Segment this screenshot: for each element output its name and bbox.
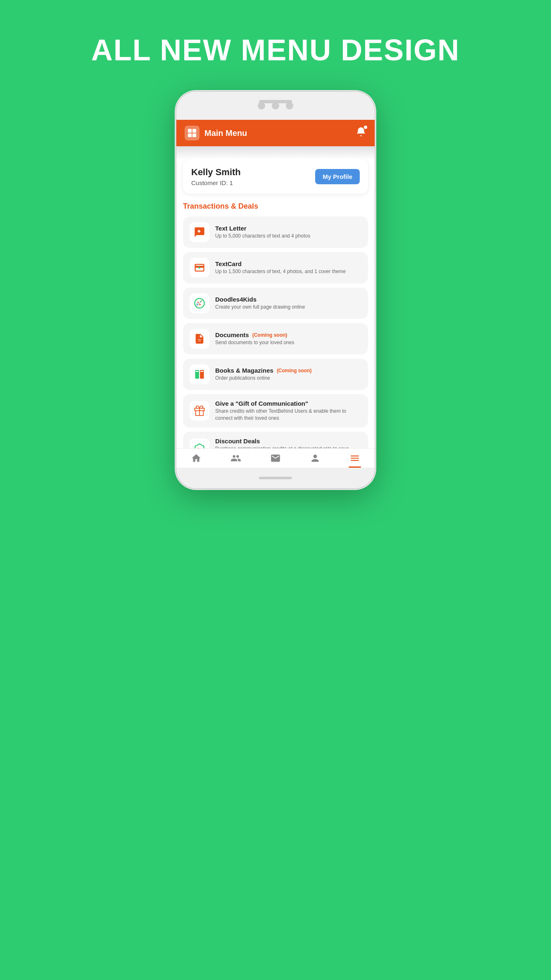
nav-home[interactable] bbox=[191, 453, 202, 464]
my-profile-button[interactable]: My Profile bbox=[315, 169, 360, 184]
phone-frame: Main Menu Kelly Smith Customer ID: 1 bbox=[176, 92, 375, 488]
notification-dot bbox=[364, 126, 367, 129]
text-letter-title: Text Letter bbox=[215, 225, 247, 232]
gift-communication-title: Give a "Gift of Communication" bbox=[215, 400, 308, 407]
section-title: Transactions & Deals bbox=[183, 202, 368, 211]
doodles4kids-desc: Create your own full page drawing online bbox=[215, 304, 305, 311]
svg-rect-1 bbox=[192, 129, 196, 133]
speaker bbox=[259, 100, 292, 103]
phone-screen: Main Menu Kelly Smith Customer ID: 1 bbox=[176, 120, 375, 468]
notification-bell-icon[interactable] bbox=[356, 126, 366, 140]
app-header: Main Menu bbox=[176, 120, 375, 146]
svg-point-8 bbox=[199, 304, 201, 306]
doodles4kids-text: Doodles4Kids Create your own full page d… bbox=[215, 296, 305, 311]
svg-rect-2 bbox=[188, 133, 192, 137]
svg-rect-0 bbox=[188, 129, 192, 133]
app-logo-icon bbox=[185, 126, 200, 140]
gift-communication-desc: Share credits with other TextBehind User… bbox=[215, 408, 361, 422]
menu-item-books-magazines[interactable]: Books & Magazines (Coming soon) Order pu… bbox=[183, 359, 368, 390]
textcard-text: TextCard Up to 1,500 characters of text,… bbox=[215, 260, 346, 275]
books-magazines-desc: Order publications online bbox=[215, 375, 312, 382]
menu-item-textcard[interactable]: TextCard Up to 1,500 characters of text,… bbox=[183, 252, 368, 283]
menu-item-discount-deals[interactable]: % Discount Deals Purchase communication … bbox=[183, 432, 368, 448]
nav-menu[interactable] bbox=[349, 453, 360, 464]
page-title: ALL NEW MENU DESIGN bbox=[91, 33, 460, 67]
books-magazines-title: Books & Magazines bbox=[215, 367, 273, 374]
discount-deals-title: Discount Deals bbox=[215, 438, 260, 445]
documents-title: Documents bbox=[215, 331, 249, 338]
menu-item-doodles4kids[interactable]: Doodles4Kids Create your own full page d… bbox=[183, 288, 368, 319]
header-title: Main Menu bbox=[204, 128, 247, 138]
text-letter-icon bbox=[190, 222, 209, 242]
svg-rect-12 bbox=[200, 371, 203, 372]
gift-communication-icon bbox=[190, 401, 209, 421]
header-gradient bbox=[176, 146, 375, 159]
text-letter-text: Text Letter Up to 5,000 characters of te… bbox=[215, 225, 310, 240]
menu-item-gift-communication[interactable]: Give a "Gift of Communication" Share cre… bbox=[183, 394, 368, 428]
menu-item-documents[interactable]: Documents (Coming soon) Send documents t… bbox=[183, 323, 368, 354]
doodles4kids-title: Doodles4Kids bbox=[215, 296, 256, 303]
header-left: Main Menu bbox=[185, 126, 247, 140]
textcard-desc: Up to 1,500 characters of text, 4 photos… bbox=[215, 268, 346, 275]
svg-rect-3 bbox=[192, 133, 196, 137]
documents-text: Documents (Coming soon) Send documents t… bbox=[215, 331, 294, 346]
user-info: Kelly Smith Customer ID: 1 bbox=[191, 167, 241, 186]
documents-icon bbox=[190, 329, 209, 349]
books-magazines-icon bbox=[190, 364, 209, 384]
phone-bottom-bezel bbox=[176, 468, 375, 488]
gift-communication-text: Give a "Gift of Communication" Share cre… bbox=[215, 400, 361, 422]
nav-profile[interactable] bbox=[310, 453, 321, 464]
books-magazines-text: Books & Magazines (Coming soon) Order pu… bbox=[215, 367, 312, 382]
bottom-nav bbox=[176, 448, 375, 468]
menu-item-text-letter[interactable]: Text Letter Up to 5,000 characters of te… bbox=[183, 216, 368, 248]
home-indicator bbox=[259, 477, 292, 479]
discount-deals-icon: % bbox=[190, 438, 209, 448]
textcard-icon bbox=[190, 258, 209, 278]
svg-point-5 bbox=[197, 302, 199, 303]
books-magazines-coming-soon: (Coming soon) bbox=[277, 368, 312, 373]
nav-active-indicator bbox=[349, 466, 361, 468]
nav-messages[interactable] bbox=[270, 453, 281, 464]
user-name: Kelly Smith bbox=[191, 167, 241, 178]
phone-top-bezel bbox=[176, 92, 375, 120]
user-card: Kelly Smith Customer ID: 1 My Profile bbox=[183, 159, 368, 194]
documents-coming-soon: (Coming soon) bbox=[252, 332, 287, 338]
textcard-title: TextCard bbox=[215, 260, 242, 267]
nav-contacts[interactable] bbox=[230, 453, 241, 464]
customer-id: Customer ID: 1 bbox=[191, 179, 241, 186]
discount-deals-text: Discount Deals Purchase communication cr… bbox=[215, 438, 361, 448]
scroll-content[interactable]: Kelly Smith Customer ID: 1 My Profile Tr… bbox=[176, 159, 375, 448]
text-letter-desc: Up to 5,000 characters of text and 4 pho… bbox=[215, 233, 310, 240]
documents-desc: Send documents to your loved ones bbox=[215, 339, 294, 346]
discount-deals-desc: Purchase communication credits at a disc… bbox=[215, 445, 361, 448]
doodles4kids-icon bbox=[190, 293, 209, 313]
svg-rect-11 bbox=[196, 371, 199, 372]
